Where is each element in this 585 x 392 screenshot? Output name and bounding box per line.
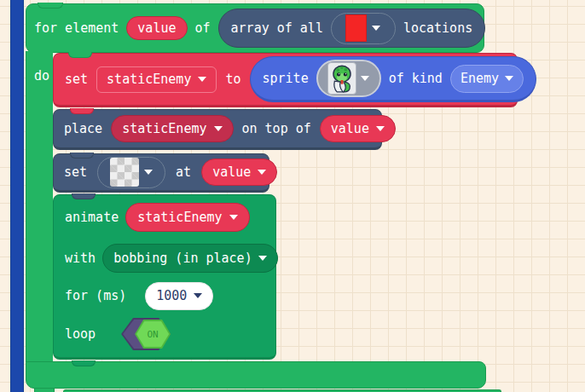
sprite-variable-name: staticEnemy — [107, 72, 191, 87]
set-label: set — [65, 72, 88, 87]
for-element-loop-block[interactable]: for element value of array of all locati… — [26, 3, 484, 53]
connector-tab — [70, 153, 94, 159]
animate-sprite-dropdown[interactable]: staticEnemy — [125, 203, 249, 232]
set-label: set — [64, 164, 87, 180]
chevron-down-icon — [372, 26, 380, 31]
animation-type-value: bobbing (in place) — [113, 251, 252, 266]
loop-label: loop — [65, 326, 96, 342]
of-label: of — [195, 20, 211, 36]
locations-label: locations — [403, 20, 472, 36]
tile-location-dropdown[interactable]: value — [201, 159, 277, 186]
sprite-variable-dropdown[interactable]: staticEnemy — [96, 66, 217, 93]
animate-label: animate — [65, 210, 119, 225]
sprite-label: sprite — [263, 71, 309, 86]
connector-tab — [72, 193, 96, 199]
connector-tab — [68, 52, 92, 58]
duration-value: 1000 — [156, 288, 187, 303]
place-on-top-block[interactable]: place staticEnemy on top of value — [53, 109, 382, 150]
animate-block[interactable]: animate staticEnemy with bobbing (in pla… — [53, 194, 276, 360]
place-location-value: value — [331, 121, 369, 136]
sprite-kind-dropdown[interactable]: Enemy — [450, 65, 524, 93]
animate-sprite-value: staticEnemy — [137, 210, 222, 225]
place-sprite-dropdown[interactable]: staticEnemy — [111, 115, 233, 142]
chevron-down-icon — [258, 256, 267, 261]
place-location-dropdown[interactable]: value — [320, 115, 396, 142]
to-label: to — [225, 72, 240, 87]
loop-left-column[interactable] — [26, 51, 53, 362]
on-top-of-label: on top of — [242, 121, 311, 136]
tile-image-dropdown[interactable] — [97, 157, 165, 188]
at-label: at — [176, 164, 191, 180]
tile-location-value: value — [212, 164, 251, 180]
sprite-of-kind-block[interactable]: sprite — [250, 56, 537, 102]
sprite-kind-value: Enemy — [460, 71, 499, 86]
for-element-label: for element — [34, 20, 119, 36]
chevron-down-icon — [144, 170, 153, 175]
loop-top-notch — [38, 3, 63, 9]
sprite-image-dropdown[interactable] — [316, 60, 381, 97]
chevron-down-icon — [258, 170, 266, 175]
connector-tab — [72, 360, 96, 366]
duration-dropdown[interactable]: 1000 — [145, 282, 213, 310]
chevron-down-icon — [214, 126, 223, 131]
set-sprite-variable-block[interactable]: set staticEnemy to sprite — [53, 53, 518, 107]
set-tile-at-block[interactable]: set at value — [53, 153, 269, 193]
chevron-down-icon — [361, 76, 369, 81]
parent-block-left-edge[interactable] — [10, 0, 24, 392]
blocks-workspace: for element value of array of all locati… — [0, 0, 585, 392]
loop-bottom-bar[interactable] — [26, 361, 486, 389]
place-label: place — [64, 121, 102, 136]
for-ms-label: for (ms) — [65, 288, 126, 303]
chevron-down-icon — [229, 215, 238, 220]
place-sprite-value: staticEnemy — [122, 121, 206, 136]
chevron-down-icon — [194, 293, 202, 298]
of-kind-label: of kind — [389, 71, 443, 86]
array-of-all-locations-block[interactable]: array of all locations — [218, 9, 486, 48]
with-label: with — [65, 251, 96, 266]
tile-image-dropdown[interactable] — [331, 13, 396, 44]
do-label: do — [34, 68, 49, 84]
animation-type-dropdown[interactable]: bobbing (in place) — [102, 244, 278, 273]
loop-bottom-tab — [34, 389, 55, 392]
connector-tab — [70, 108, 94, 114]
loop-on-off-toggle[interactable]: ON — [121, 318, 171, 350]
snake-enemy-sprite-icon — [327, 62, 356, 95]
loop-variable-label: value — [137, 20, 176, 36]
chevron-down-icon — [376, 126, 385, 131]
chevron-down-icon — [505, 76, 513, 81]
array-of-all-label: array of all — [231, 20, 323, 36]
chevron-down-icon — [198, 77, 206, 82]
red-tile-icon — [345, 14, 367, 42]
transparent-tile-icon — [110, 158, 139, 187]
loop-variable-value-pill[interactable]: value — [126, 16, 187, 40]
